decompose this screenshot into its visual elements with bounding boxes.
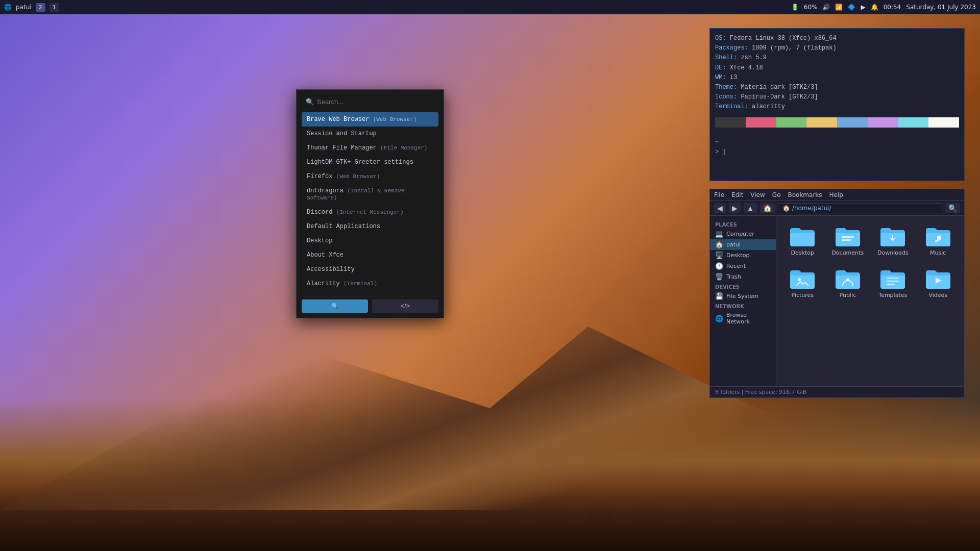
fm-menu-go[interactable]: Go xyxy=(772,191,781,198)
fm-body: Places 💻 Computer 🏠 patui 🖥️ Desktop 🕐 R… xyxy=(710,216,964,386)
icons-value: Papirus-Dark [GTK2/3] xyxy=(741,93,818,101)
folder-documents-label: Documents xyxy=(831,249,864,256)
launcher-item-11[interactable]: Alacritty (Terminal) xyxy=(302,277,438,291)
launcher-item-4[interactable]: Firefox (Web Browser) xyxy=(302,169,438,184)
launcher-item-1[interactable]: Session and Startup xyxy=(302,127,438,141)
launcher-item-label-3: LightDM GTK+ Greeter settings xyxy=(307,159,413,166)
launcher-item-7[interactable]: Default Applications xyxy=(302,219,438,234)
launcher-search-input[interactable] xyxy=(317,98,434,106)
fm-back-button[interactable]: ◀ xyxy=(714,203,726,213)
launcher-item-8[interactable]: Desktop xyxy=(302,234,438,248)
launcher-search-button[interactable]: 🔍 xyxy=(302,299,368,313)
swatch-5 xyxy=(868,117,898,128)
swatch-1 xyxy=(746,117,776,128)
sidebar-label-filesystem: File System xyxy=(726,293,758,299)
sidebar-item-computer[interactable]: 💻 Computer xyxy=(710,229,776,239)
folder-pictures[interactable]: Pictures xyxy=(782,264,823,302)
launcher-item-label-5: dnfdragora (Install & Remove Software) xyxy=(307,187,404,202)
launcher-item-9[interactable]: About Xfce xyxy=(302,248,438,262)
sidebar-item-trash[interactable]: 🗑️ Trash xyxy=(710,271,776,282)
folder-music[interactable]: Music xyxy=(918,222,959,259)
sidebar-label-computer: Computer xyxy=(726,231,754,237)
launcher-item-label-4: Firefox (Web Browser) xyxy=(307,173,380,180)
swatch-0 xyxy=(715,117,746,128)
fm-forward-button[interactable]: ▶ xyxy=(729,203,741,213)
folder-desktop-icon xyxy=(789,225,816,247)
launcher-item-label-8: Desktop xyxy=(307,237,332,244)
arrow-icon[interactable]: ▶ xyxy=(861,4,865,11)
prompt-tilde: ~ xyxy=(715,139,719,146)
workspace-1[interactable]: 2 xyxy=(36,3,45,12)
fm-menu-view[interactable]: View xyxy=(750,191,765,198)
swatch-6 xyxy=(898,117,929,128)
wm-label: WM: xyxy=(715,74,730,81)
folder-public[interactable]: Public xyxy=(828,264,868,302)
folder-templates[interactable]: Templates xyxy=(873,264,913,302)
de-value: Xfce 4.18 xyxy=(730,64,763,71)
sidebar-item-filesystem[interactable]: 💾 File System xyxy=(710,291,776,302)
sidebar-item-browse-network[interactable]: 🌐 Browse Network xyxy=(710,310,776,327)
folder-documents[interactable]: Documents xyxy=(828,222,868,259)
fm-home-button[interactable]: 🏠 xyxy=(760,203,775,213)
bluetooth-icon[interactable]: 🔷 xyxy=(848,4,855,11)
shell-value: zsh 5.9 xyxy=(741,54,766,61)
launcher-footer: 🔍 </> xyxy=(302,296,438,313)
launcher-item-type-6: (Internet Messenger) xyxy=(336,209,404,215)
launcher-item-label-6: Discord (Internet Messenger) xyxy=(307,209,404,216)
launcher-run-button[interactable]: </> xyxy=(372,299,438,313)
launcher-item-label-9: About Xfce xyxy=(307,252,344,259)
computer-icon: 💻 xyxy=(715,230,723,238)
fm-path-bar[interactable]: 🏠 /home/patui/ xyxy=(778,203,942,213)
workspace-2[interactable]: 1 xyxy=(50,3,59,12)
devices-label: Devices xyxy=(710,282,776,291)
launcher-search-bar: 🔍 xyxy=(302,95,438,109)
terminal-prompt[interactable]: ~ > | xyxy=(715,138,959,157)
launcher-item-label-2: Thunar File Manager (File Manager) xyxy=(307,144,427,152)
fm-menu-bookmarks[interactable]: Bookmarks xyxy=(788,191,822,198)
swatch-4 xyxy=(837,117,868,128)
packages-value: 1809 (rpm), 7 (flatpak) xyxy=(752,44,837,52)
volume-icon[interactable]: 🔊 xyxy=(822,4,830,11)
sidebar-label-recent: Recent xyxy=(726,263,746,269)
network-icon[interactable]: 📶 xyxy=(835,4,843,11)
fm-path-text: /home/patui/ xyxy=(792,205,831,212)
launcher-item-10[interactable]: Accessibility xyxy=(302,262,438,277)
fm-up-button[interactable]: ▲ xyxy=(744,203,757,213)
folder-documents-icon xyxy=(835,225,861,247)
launcher-item-6[interactable]: Discord (Internet Messenger) xyxy=(302,205,438,219)
fm-toolbar: ◀ ▶ ▲ 🏠 🏠 /home/patui/ 🔍 xyxy=(710,201,964,216)
launcher-search-icon: 🔍 xyxy=(306,98,314,106)
launcher-item-2[interactable]: Thunar File Manager (File Manager) xyxy=(302,141,438,155)
sidebar-item-desktop[interactable]: 🖥️ Desktop xyxy=(710,250,776,261)
folder-desktop[interactable]: Desktop xyxy=(782,222,823,259)
app-name: patui xyxy=(16,4,32,11)
wm-value: i3 xyxy=(730,74,737,81)
folder-videos[interactable]: Videos xyxy=(918,264,959,302)
folder-downloads[interactable]: Downloads xyxy=(873,222,913,259)
fm-menu-help[interactable]: Help xyxy=(829,191,843,198)
app-icon: 🌐 xyxy=(4,4,12,11)
clock: 00:54 xyxy=(884,4,901,11)
svg-rect-5 xyxy=(887,281,899,282)
launcher-item-label-11: Alacritty (Terminal) xyxy=(307,280,377,287)
sidebar-item-recent[interactable]: 🕐 Recent xyxy=(710,261,776,271)
terminal-label: Terminal: xyxy=(715,103,752,110)
launcher-item-3[interactable]: LightDM GTK+ Greeter settings xyxy=(302,155,438,169)
folder-downloads-icon xyxy=(879,225,906,247)
sidebar-label-desktop: Desktop xyxy=(726,252,749,259)
launcher-item-type-5: (Install & Remove Software) xyxy=(307,188,404,201)
fm-menu-edit[interactable]: Edit xyxy=(731,191,743,198)
color-swatches xyxy=(715,117,959,128)
fm-menu-file[interactable]: File xyxy=(714,191,724,198)
launcher-item-label-0: Brave Web Browser (Web Browser) xyxy=(307,116,416,123)
launcher-item-5[interactable]: dnfdragora (Install & Remove Software) xyxy=(302,184,438,205)
os-value: Fedora Linux 38 (Xfce) x86_64 xyxy=(730,35,837,42)
taskbar-right: 🔋 60% 🔊 📶 🔷 ▶ 🔔 00:54 Saturday, 01 July … xyxy=(791,4,976,11)
notification-icon[interactable]: 🔔 xyxy=(871,4,878,11)
fm-search-button[interactable]: 🔍 xyxy=(945,203,960,213)
sidebar-item-patui[interactable]: 🏠 patui xyxy=(710,239,776,250)
swatch-7 xyxy=(928,117,959,128)
folder-public-label: Public xyxy=(839,292,856,298)
folder-public-icon xyxy=(835,267,861,290)
launcher-item-0[interactable]: Brave Web Browser (Web Browser) xyxy=(302,112,438,127)
